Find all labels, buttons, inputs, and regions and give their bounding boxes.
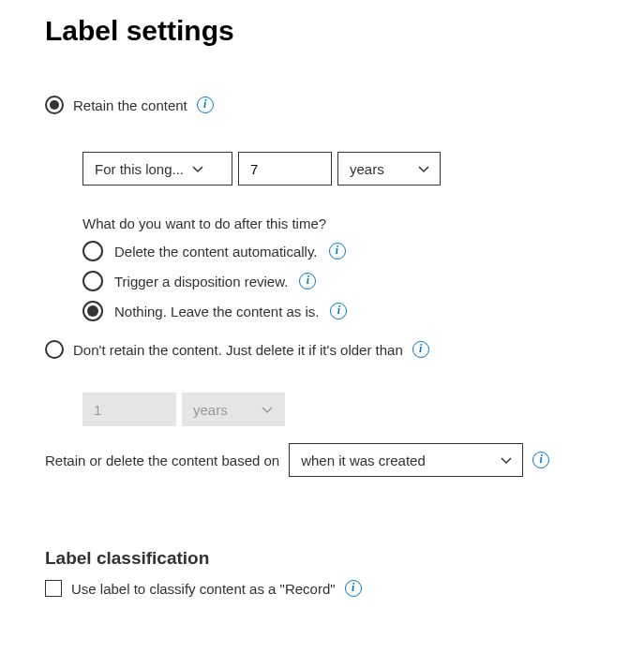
chevron-down-icon	[417, 162, 430, 175]
radio-after-review[interactable]	[82, 271, 103, 291]
after-review-label: Trigger a disposition review.	[114, 274, 288, 289]
dont-retain-label: Don't retain the content. Just delete it…	[73, 342, 403, 358]
duration-mode-select[interactable]: For this long...	[82, 152, 232, 186]
chevron-down-icon	[261, 403, 274, 416]
duration-unit-select[interactable]: years	[337, 152, 441, 186]
dont-retain-value: 1	[94, 402, 101, 418]
based-on-row: Retain or delete the content based on wh…	[45, 443, 599, 477]
info-icon[interactable]	[412, 341, 429, 358]
after-question: What do you want to do after this time?	[82, 215, 599, 231]
info-icon[interactable]	[299, 273, 316, 289]
retain-option-row: Retain the content	[45, 96, 599, 114]
retain-duration-row: For this long... years	[82, 152, 599, 186]
based-on-select[interactable]: when it was created	[289, 443, 523, 477]
duration-mode-label: For this long...	[95, 161, 184, 177]
radio-dont-retain[interactable]	[45, 340, 64, 359]
after-delete-label: Delete the content automatically.	[114, 244, 318, 260]
chevron-down-icon	[191, 162, 204, 175]
dont-retain-unit-select: years	[182, 393, 285, 426]
info-icon[interactable]	[330, 303, 347, 319]
record-checkbox-row: Use label to classify content as a "Reco…	[45, 580, 599, 597]
based-on-label: Retain or delete the content based on	[45, 453, 279, 468]
info-icon[interactable]	[345, 580, 362, 597]
classification-heading: Label classification	[45, 548, 599, 569]
retain-label: Retain the content	[73, 97, 187, 113]
duration-unit-label: years	[350, 161, 384, 177]
after-option-review-row: Trigger a disposition review.	[82, 271, 599, 291]
dont-retain-value-input: 1	[82, 393, 176, 426]
radio-after-delete[interactable]	[82, 241, 103, 261]
dont-retain-option-row: Don't retain the content. Just delete it…	[45, 340, 599, 359]
chevron-down-icon	[500, 453, 513, 467]
dont-retain-duration-row: 1 years	[82, 393, 599, 426]
record-label: Use label to classify content as a "Reco…	[71, 581, 336, 597]
info-icon[interactable]	[532, 452, 549, 468]
based-on-value: when it was created	[301, 453, 426, 468]
page-title: Label settings	[45, 15, 599, 47]
dont-retain-unit: years	[193, 402, 228, 418]
after-option-delete-row: Delete the content automatically.	[82, 241, 599, 261]
info-icon[interactable]	[329, 243, 346, 260]
after-nothing-label: Nothing. Leave the content as is.	[114, 304, 319, 319]
info-icon[interactable]	[197, 96, 214, 113]
after-option-nothing-row: Nothing. Leave the content as is.	[82, 301, 599, 321]
record-checkbox[interactable]	[45, 580, 62, 597]
duration-value-input[interactable]	[238, 152, 332, 186]
radio-retain[interactable]	[45, 96, 64, 114]
radio-after-nothing[interactable]	[82, 301, 103, 321]
